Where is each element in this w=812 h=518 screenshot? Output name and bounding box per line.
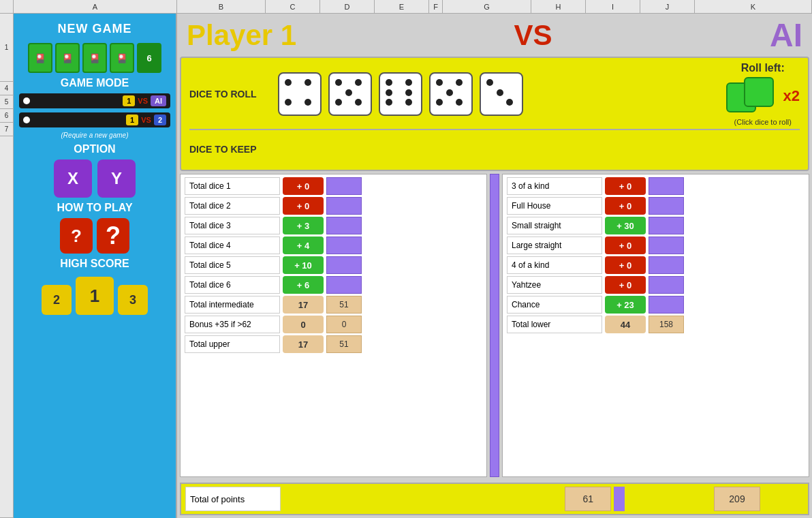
left-row-right-8: 51 bbox=[326, 335, 362, 353]
col-header-a: A bbox=[14, 0, 177, 13]
card-icon-2[interactable]: 🎴 bbox=[55, 43, 80, 73]
right-score-rows: 3 of a kind+ 0Full House+ 0Small straigh… bbox=[507, 177, 805, 333]
help-button-2[interactable]: ? bbox=[97, 218, 129, 254]
total-mid-gap bbox=[614, 487, 625, 511]
right-row-right-5 bbox=[649, 276, 684, 294]
new-game-button[interactable]: NEW GAME bbox=[19, 19, 170, 39]
right-score-row-1: Full House+ 0 bbox=[507, 197, 805, 215]
left-score-rows: Total dice 1+ 0Total dice 2+ 0Total dice… bbox=[185, 177, 482, 353]
col-header-d: D bbox=[320, 0, 375, 13]
how-to-play-container: ? ? bbox=[60, 218, 129, 254]
right-row-name-4: 4 of a kind bbox=[507, 256, 602, 274]
dice-divider bbox=[189, 129, 800, 130]
col-header-j: J bbox=[640, 0, 695, 13]
total-left-value: 61 bbox=[565, 487, 611, 511]
right-row-value-1[interactable]: + 0 bbox=[605, 197, 646, 215]
left-row-value-2[interactable]: + 3 bbox=[283, 217, 324, 234]
trophy-3: 3 bbox=[118, 285, 148, 315]
left-row-value-7: 0 bbox=[283, 316, 324, 333]
left-row-value-1[interactable]: + 0 bbox=[283, 197, 324, 215]
left-row-right-0 bbox=[326, 177, 362, 195]
vs-title: VS bbox=[514, 19, 552, 52]
card-icon-1[interactable]: 🎴 bbox=[28, 43, 52, 73]
right-row-name-0: 3 of a kind bbox=[507, 177, 602, 195]
left-row-name-1: Total dice 2 bbox=[185, 197, 280, 215]
row-numbers: 1 4 5 6 7 bbox=[0, 14, 14, 518]
col-header-g: G bbox=[443, 0, 531, 13]
player1-title: Player 1 bbox=[187, 19, 296, 52]
card-icon-3[interactable]: 🎴 bbox=[82, 43, 107, 73]
die-1[interactable] bbox=[278, 72, 322, 116]
left-score-row-0: Total dice 1+ 0 bbox=[185, 177, 482, 195]
option-y-button[interactable]: Y bbox=[97, 159, 136, 198]
right-row-right-3 bbox=[649, 237, 684, 254]
game-header: Player 1 VS AI bbox=[180, 16, 809, 54]
click-to-roll-label: (Click dice to roll) bbox=[734, 118, 792, 126]
trophy-1: 1 bbox=[76, 277, 114, 315]
left-row-right-1 bbox=[326, 197, 362, 215]
left-row-name-3: Total dice 4 bbox=[185, 237, 280, 254]
col-header-i: I bbox=[586, 0, 640, 13]
game-mode-row-2[interactable]: 1 VS 2 bbox=[19, 112, 170, 127]
right-row-name-5: Yahtzee bbox=[507, 276, 602, 294]
left-score-row-2: Total dice 3+ 3 bbox=[185, 217, 482, 234]
option-x-button[interactable]: X bbox=[54, 159, 92, 198]
ai-title: AI bbox=[770, 16, 802, 54]
right-row-value-2[interactable]: + 30 bbox=[605, 217, 646, 234]
left-row-value-3[interactable]: + 4 bbox=[283, 237, 324, 254]
content-area: NEW GAME 🎴 🎴 🎴 🎴 6 GAME MODE 1 VS AI bbox=[14, 14, 812, 518]
card-icon-5[interactable]: 6 bbox=[137, 43, 161, 73]
right-row-right-0 bbox=[649, 177, 684, 195]
card-icon-4[interactable]: 🎴 bbox=[110, 43, 134, 73]
mid-gap bbox=[490, 174, 499, 477]
row-num-5: 5 bbox=[0, 95, 13, 109]
left-score-row-6: Total intermediate1751 bbox=[185, 296, 482, 314]
left-row-right-6: 51 bbox=[326, 296, 362, 314]
right-score-row-0: 3 of a kind+ 0 bbox=[507, 177, 805, 195]
left-score-panel: Total dice 1+ 0Total dice 2+ 0Total dice… bbox=[180, 174, 487, 477]
die-3[interactable] bbox=[379, 72, 422, 116]
left-row-right-2 bbox=[326, 217, 362, 234]
left-row-value-5[interactable]: + 6 bbox=[283, 276, 324, 294]
main-area: 1 4 5 6 7 NEW GAME 🎴 🎴 🎴 🎴 6 GAME MODE bbox=[0, 14, 812, 518]
die-4[interactable] bbox=[429, 72, 473, 116]
right-row-value-4[interactable]: + 0 bbox=[605, 256, 646, 274]
right-row-value-6[interactable]: + 23 bbox=[605, 296, 646, 314]
game-mode-row-1[interactable]: 1 VS AI bbox=[19, 93, 170, 108]
mode-2-vs: VS bbox=[141, 116, 151, 124]
die-5[interactable] bbox=[480, 72, 523, 116]
right-row-value-3[interactable]: + 0 bbox=[605, 237, 646, 254]
spreadsheet-wrapper: A B C D E F G H I J K 1 4 5 6 7 NEW GAME bbox=[0, 0, 812, 518]
left-score-row-4: Total dice 5+ 10 bbox=[185, 256, 482, 274]
left-row-value-4[interactable]: + 10 bbox=[283, 256, 324, 274]
high-score-title: HIGH SCORE bbox=[19, 258, 170, 270]
game-area: Player 1 VS AI DICE TO ROLL bbox=[177, 14, 812, 518]
dice-to-keep-row: DICE TO KEEP bbox=[189, 133, 800, 166]
right-row-name-3: Large straight bbox=[507, 237, 602, 254]
option-title: OPTION bbox=[19, 143, 170, 155]
sidebar: NEW GAME 🎴 🎴 🎴 🎴 6 GAME MODE 1 VS AI bbox=[14, 14, 177, 518]
radio-1[interactable] bbox=[23, 97, 30, 104]
col-header-num bbox=[0, 0, 14, 13]
left-row-name-6: Total intermediate bbox=[185, 296, 280, 314]
mode-1-vs: VS bbox=[138, 97, 148, 105]
right-row-right-7: 158 bbox=[649, 316, 684, 333]
left-row-value-0[interactable]: + 0 bbox=[283, 177, 324, 195]
radio-2[interactable] bbox=[23, 117, 30, 123]
require-text: (Require a new game) bbox=[61, 132, 129, 139]
right-score-row-3: Large straight+ 0 bbox=[507, 237, 805, 254]
how-to-play-title: HOW TO PLAY bbox=[19, 202, 170, 214]
left-row-name-8: Total upper bbox=[185, 335, 280, 353]
roll-x2: x2 bbox=[783, 87, 800, 105]
right-score-panel: 3 of a kind+ 0Full House+ 0Small straigh… bbox=[502, 174, 809, 477]
card-icons: 🎴 🎴 🎴 🎴 6 bbox=[28, 43, 161, 73]
die-2[interactable] bbox=[328, 72, 372, 116]
col-headers: A B C D E F G H I J K bbox=[0, 0, 812, 14]
right-row-value-5[interactable]: + 0 bbox=[605, 276, 646, 294]
right-score-row-2: Small straight+ 30 bbox=[507, 217, 805, 234]
help-button-1[interactable]: ? bbox=[60, 218, 93, 254]
trophy-row: 2 1 3 bbox=[42, 277, 148, 315]
right-row-value-0[interactable]: + 0 bbox=[605, 177, 646, 195]
left-row-name-2: Total dice 3 bbox=[185, 217, 280, 234]
roll-die-2[interactable] bbox=[744, 77, 774, 107]
